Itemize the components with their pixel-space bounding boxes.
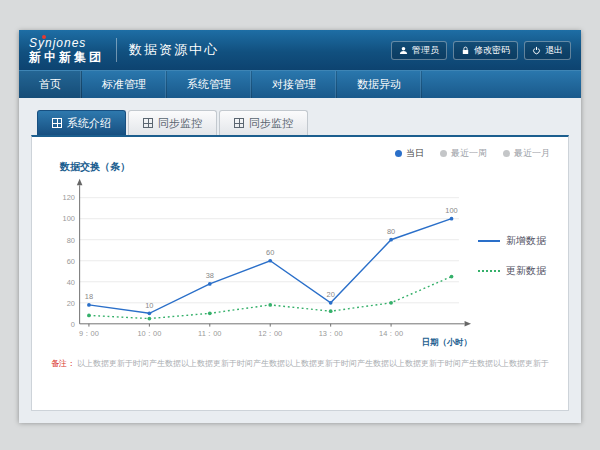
grid-icon (52, 118, 62, 128)
page-title: 数据资源中心 (129, 41, 219, 59)
filter-today[interactable]: 当日 (395, 147, 424, 160)
footnote-text: 以上数据更新于时间产生数据以上数据更新于时间产生数据以上数据更新于时间产生数据以… (77, 359, 549, 368)
logout-label: 退出 (545, 44, 563, 57)
filter-last-month-label: 最近一月 (514, 147, 550, 160)
legend-item-update-data[interactable]: 更新数据 (478, 264, 546, 278)
svg-text:13：00: 13：00 (319, 329, 343, 338)
logo-wordmark: Synjones (29, 37, 104, 49)
app-header: Synjones 新中新集团 数据资源中心 管理员 修改密码 退出 (19, 30, 581, 70)
header-actions: 管理员 修改密码 退出 (391, 41, 571, 60)
chart-row: 0204060801001209：0010：0011：0012：0013：001… (46, 176, 554, 348)
tab-sync-monitor-1-label: 同步监控 (158, 116, 202, 131)
time-range-legend: 当日 最近一周 最近一月 (46, 145, 554, 160)
svg-text:60: 60 (67, 257, 75, 266)
legend-update-data-label: 更新数据 (506, 264, 546, 278)
power-icon (532, 46, 541, 55)
svg-text:10：00: 10：00 (137, 329, 161, 338)
svg-text:120: 120 (63, 193, 75, 202)
nav-item-standard-mgmt[interactable]: 标准管理 (82, 71, 167, 98)
main-nav: 首页 标准管理 系统管理 对接管理 数据异动 (19, 70, 581, 98)
y-axis-title: 数据交换（条） (60, 160, 554, 174)
filter-last-week-label: 最近一周 (451, 147, 487, 160)
svg-text:14：00: 14：00 (379, 329, 403, 338)
lock-icon (461, 46, 470, 55)
user-icon (399, 46, 408, 55)
filter-today-label: 当日 (406, 147, 424, 160)
app-window: Synjones 新中新集团 数据资源中心 管理员 修改密码 退出 首页 标准管… (19, 30, 581, 422)
tab-system-intro[interactable]: 系统介绍 (37, 110, 126, 135)
line-chart: 0204060801001209：0010：0011：0012：0013：001… (46, 176, 474, 348)
svg-text:38: 38 (206, 271, 214, 280)
tab-bar: 系统介绍 同步监控 同步监控 (31, 110, 569, 135)
legend-new-data-label: 新增数据 (506, 234, 546, 248)
svg-text:18: 18 (85, 292, 93, 301)
svg-text:20: 20 (327, 290, 335, 299)
svg-text:12：00: 12：00 (258, 329, 282, 338)
svg-text:80: 80 (67, 236, 75, 245)
tab-system-intro-label: 系统介绍 (67, 116, 111, 131)
nav-item-home[interactable]: 首页 (19, 71, 82, 98)
filter-last-month[interactable]: 最近一月 (503, 147, 550, 160)
legend-dot-icon (440, 150, 447, 157)
change-password-button[interactable]: 修改密码 (453, 41, 518, 60)
header-divider (116, 38, 117, 62)
tab-sync-monitor-1[interactable]: 同步监控 (128, 110, 217, 135)
svg-text:60: 60 (266, 248, 274, 257)
footnote-prefix: 备注： (51, 359, 75, 368)
svg-text:20: 20 (67, 299, 75, 308)
chart-panel: 当日 最近一周 最近一月 数据交换（条） 0204060801001209：00… (31, 135, 569, 411)
legend-item-new-data[interactable]: 新增数据 (478, 234, 546, 248)
nav-item-system-mgmt[interactable]: 系统管理 (167, 71, 252, 98)
admin-user-label: 管理员 (412, 44, 439, 57)
filter-last-week[interactable]: 最近一周 (440, 147, 487, 160)
dotted-line-icon (478, 270, 500, 272)
grid-icon (234, 118, 244, 128)
svg-text:80: 80 (387, 227, 395, 236)
svg-text:0: 0 (71, 320, 75, 329)
main-content: 系统介绍 同步监控 同步监控 当日 最近一周 (19, 98, 581, 423)
nav-item-data-change[interactable]: 数据异动 (337, 71, 422, 98)
logout-button[interactable]: 退出 (524, 41, 571, 60)
legend-dot-icon (395, 150, 402, 157)
logo-star-icon (42, 35, 46, 39)
logo-company-name: 新中新集团 (29, 51, 104, 63)
series-legend: 新增数据 更新数据 (478, 234, 546, 278)
svg-text:100: 100 (445, 206, 457, 215)
tab-sync-monitor-2[interactable]: 同步监控 (219, 110, 308, 135)
svg-text:11：00: 11：00 (198, 329, 221, 338)
svg-text:9：00: 9：00 (79, 329, 99, 338)
grid-icon (143, 118, 153, 128)
admin-user-button[interactable]: 管理员 (391, 41, 447, 60)
nav-item-integration-mgmt[interactable]: 对接管理 (252, 71, 337, 98)
svg-text:100: 100 (63, 214, 75, 223)
footnote: 备注： 以上数据更新于时间产生数据以上数据更新于时间产生数据以上数据更新于时间产… (46, 358, 554, 369)
svg-text:10: 10 (145, 301, 153, 310)
svg-text:40: 40 (67, 278, 75, 287)
legend-dot-icon (503, 150, 510, 157)
change-password-label: 修改密码 (474, 44, 510, 57)
tab-sync-monitor-2-label: 同步监控 (249, 116, 293, 131)
svg-text:日期（小时）: 日期（小时） (422, 337, 472, 347)
solid-line-icon (478, 240, 500, 242)
logo: Synjones 新中新集团 (29, 37, 104, 63)
